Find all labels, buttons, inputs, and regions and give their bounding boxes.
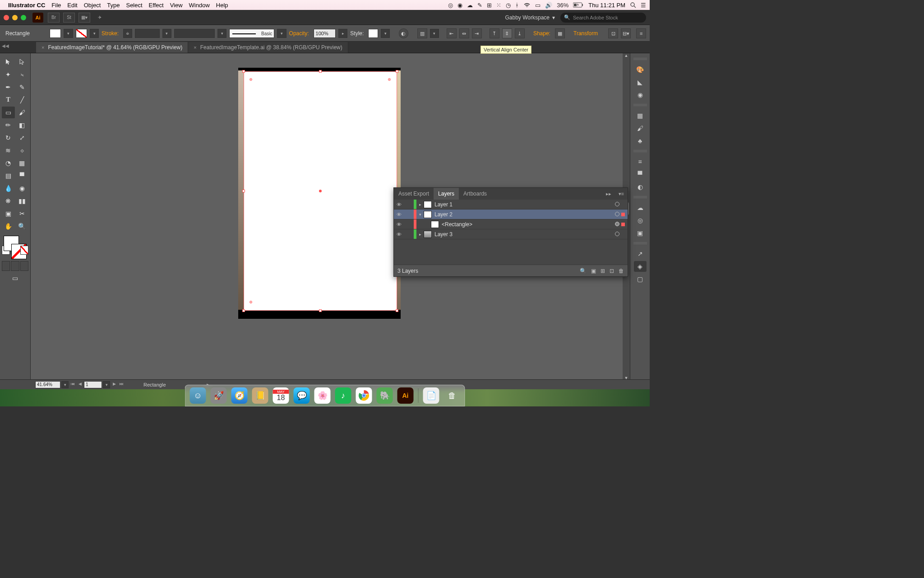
bridge-button[interactable]: Br: [48, 13, 60, 23]
type-tool[interactable]: T: [2, 94, 15, 106]
dock-grip[interactable]: [633, 242, 647, 245]
stroke-label[interactable]: Stroke:: [102, 30, 119, 37]
shape-builder-tool[interactable]: ◔: [2, 157, 15, 169]
stroke-weight-dropdown[interactable]: ▾: [162, 29, 171, 38]
handle-tc[interactable]: [319, 70, 322, 73]
pen-tool[interactable]: ✒: [2, 81, 15, 93]
stroke-weight-stepper[interactable]: ≑: [123, 29, 132, 38]
align-top[interactable]: ⤒: [490, 28, 499, 38]
corner-widget-bl[interactable]: [249, 301, 252, 303]
display-icon[interactable]: ▭: [535, 2, 541, 9]
close-tab-icon[interactable]: ×: [42, 45, 44, 50]
align-right[interactable]: ⇥: [472, 28, 482, 38]
next-artboard[interactable]: ▶: [111, 382, 117, 388]
illustrator-dock-icon[interactable]: Ai: [397, 387, 414, 404]
artboard-dropdown[interactable]: ▾: [103, 381, 110, 388]
layers-panel-icon[interactable]: ◈: [634, 261, 647, 272]
handle-tl[interactable]: [242, 70, 245, 73]
artboards-panel-icon[interactable]: ▢: [634, 274, 647, 284]
transform-label[interactable]: Transform: [573, 30, 598, 37]
expand-toggle[interactable]: ▸: [416, 202, 424, 207]
stroke-swatch[interactable]: [76, 29, 87, 38]
expand-toggle[interactable]: ▸: [416, 232, 424, 237]
color-themes-panel-icon[interactable]: ◉: [634, 89, 647, 100]
eyedropper-tool[interactable]: 💧: [2, 182, 15, 194]
prev-artboard[interactable]: ◀: [77, 382, 83, 388]
messages-icon[interactable]: 💬: [294, 387, 310, 404]
dock-grip[interactable]: [633, 58, 647, 61]
minimize-window[interactable]: [12, 15, 18, 20]
downloads-icon[interactable]: 📄: [423, 387, 439, 404]
evernote-status-icon[interactable]: ✎: [477, 2, 482, 9]
handle-tr[interactable]: [396, 70, 398, 73]
eraser-tool[interactable]: ◧: [16, 119, 29, 131]
menu-edit[interactable]: Edit: [67, 2, 77, 9]
hand-tool[interactable]: ✋: [2, 220, 15, 232]
brushes-panel-icon[interactable]: 🖌: [634, 123, 647, 134]
align-left[interactable]: ⇤: [447, 28, 457, 38]
document-tab-1[interactable]: × FeaturedImageTutorial* @ 41.64% (RGB/G…: [36, 42, 188, 53]
slice-tool[interactable]: ✂: [16, 208, 29, 219]
free-transform-tool[interactable]: ⟐: [16, 144, 29, 156]
menu-view[interactable]: View: [170, 2, 183, 9]
dock-grip[interactable]: [633, 150, 647, 153]
edit-contents[interactable]: ⊟▾: [621, 28, 631, 38]
draw-behind[interactable]: [11, 261, 19, 271]
color-panel-icon[interactable]: 🎨: [634, 64, 647, 75]
zoom-dropdown[interactable]: ▾: [61, 381, 69, 388]
creative-cloud-icon[interactable]: ◎: [448, 2, 453, 9]
dock-grip[interactable]: [633, 196, 647, 199]
libraries-panel-icon[interactable]: ☁: [634, 202, 647, 213]
align-hcenter[interactable]: ⇔: [459, 28, 469, 38]
menu-object[interactable]: Object: [84, 2, 101, 9]
paintbrush-tool[interactable]: 🖌: [16, 107, 29, 118]
menu-help[interactable]: Help: [216, 2, 228, 9]
blend-tool[interactable]: ◉: [16, 182, 29, 194]
clock[interactable]: Thu 11:21 PM: [588, 2, 625, 9]
lasso-tool[interactable]: ⍀: [16, 69, 29, 80]
volume-icon[interactable]: 🔊: [545, 2, 552, 9]
isolate-object[interactable]: ⊡: [608, 28, 618, 38]
layer-name[interactable]: Layer 2: [434, 211, 613, 218]
launchpad-icon[interactable]: 🚀: [211, 387, 227, 404]
brush-definition[interactable]: Basic: [229, 29, 274, 38]
align-to-dropdown[interactable]: ▾: [430, 29, 439, 38]
artboard-tool[interactable]: ▣: [2, 208, 15, 219]
spotify-icon[interactable]: ♪: [335, 387, 351, 404]
layer-name[interactable]: <Rectangle>: [442, 221, 613, 228]
scale-tool[interactable]: ⤢: [16, 132, 29, 144]
battery-icon[interactable]: [573, 2, 584, 8]
profile-dropdown[interactable]: ▾: [217, 29, 226, 38]
draw-inside[interactable]: [20, 261, 28, 271]
corner-widget-tr[interactable]: [388, 78, 391, 81]
bluetooth-icon[interactable]: ᚼ: [515, 2, 519, 9]
gradient-panel-icon[interactable]: ▀: [634, 169, 647, 180]
maximize-window[interactable]: [21, 15, 26, 20]
color-guide-panel-icon[interactable]: ◣: [634, 77, 647, 88]
gpu-preview-button[interactable]: ✈: [94, 13, 106, 23]
workspace-switcher[interactable]: Gabby Workspace ▾: [505, 14, 555, 21]
notification-center-icon[interactable]: ☰: [641, 2, 646, 9]
new-sublayer-icon[interactable]: ⊞: [601, 268, 605, 274]
target-icon[interactable]: [613, 211, 621, 218]
stroke-weight-field[interactable]: [135, 29, 159, 38]
visibility-toggle[interactable]: 👁: [394, 202, 404, 207]
first-artboard[interactable]: ⏮: [69, 382, 76, 388]
locate-object-icon[interactable]: 🔍: [580, 268, 587, 274]
tab-layers[interactable]: Layers: [434, 188, 459, 200]
menu-file[interactable]: File: [51, 2, 61, 9]
rotate-tool[interactable]: ↻: [2, 132, 15, 144]
rectangle-tool[interactable]: ▭: [2, 107, 15, 118]
screen-mode-button[interactable]: ▭: [2, 274, 28, 283]
visibility-toggle[interactable]: 👁: [394, 212, 404, 217]
align-bottom[interactable]: ⤓: [515, 28, 525, 38]
line-tool[interactable]: ╱: [16, 94, 29, 106]
menu-type[interactable]: Type: [107, 2, 120, 9]
zoom-field[interactable]: 41.64%: [35, 381, 60, 388]
contacts-icon[interactable]: 📒: [252, 387, 268, 404]
dock-grip[interactable]: [633, 104, 647, 107]
panel-menu-icon[interactable]: ▾≡: [615, 191, 628, 197]
menu-extra-icon[interactable]: ⁙: [496, 2, 501, 9]
scroll-up-icon[interactable]: ▲: [623, 53, 630, 60]
close-window[interactable]: [4, 15, 9, 20]
